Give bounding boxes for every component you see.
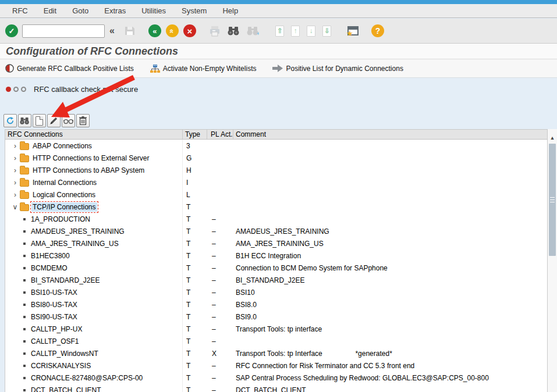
connection-name[interactable]: BSI10-US-TAX [30, 288, 79, 297]
print-button[interactable] [209, 26, 221, 37]
first-page-button[interactable]: ⇑ [275, 26, 284, 37]
connection-name[interactable]: BI_STANDARD_J2EE [30, 276, 101, 285]
table-row[interactable]: CALLTP_WindowsNT T X Transport Tools: tp… [5, 347, 547, 359]
connection-name[interactable]: BCMDEMO [30, 263, 69, 273]
table-row[interactable]: › Internal Connections I [5, 176, 547, 188]
connection-comment [233, 164, 547, 176]
table-row[interactable]: 1A_PRODUCTION T – [5, 213, 547, 225]
command-field[interactable] [22, 24, 105, 38]
save-button[interactable] [124, 25, 136, 37]
tree-expander-icon[interactable]: › [11, 191, 19, 199]
connection-name[interactable]: CALLTP_OSF1 [30, 337, 80, 346]
delete-button[interactable] [76, 114, 90, 127]
column-header-pl-act[interactable]: PL Act.. [207, 130, 233, 139]
enter-button[interactable]: ✓ [5, 24, 18, 37]
next-page-button[interactable]: ↓ [307, 26, 315, 37]
table-row[interactable]: CALLTP_OSF1 T – [5, 335, 547, 347]
display-button[interactable] [62, 114, 75, 127]
positive-list-dynamic-connections-button[interactable]: Positive List for Dynamic Connections [272, 65, 403, 73]
cancel-button[interactable]: × [183, 24, 196, 37]
table-row[interactable]: AMA_JRES_TRAINING_US T – AMA_JRES_TRAINI… [5, 237, 547, 250]
tree-expander-icon[interactable]: › [11, 166, 19, 174]
table-row[interactable]: CCRISKANALYSIS T – RFC Connection for Ri… [5, 359, 547, 372]
rfc-connections-table: RFC Connections Type PL Act.. Comment › … [5, 129, 548, 392]
connection-name[interactable]: CRONACLE-827480@SAP:CPS-00 [30, 373, 144, 383]
table-row[interactable]: BSI80-US-TAX T – BSI8.0 [5, 298, 547, 311]
table-row[interactable]: › HTTP Connections to External Server G [5, 152, 547, 164]
table-row[interactable]: AMADEUS_JRES_TRAINING T – AMADEUS_JRES_T… [5, 225, 547, 237]
table-row[interactable]: BCMDEMO T – Connection to BCM Demo Syste… [5, 262, 547, 274]
connection-name[interactable]: CCRISKANALYSIS [30, 361, 92, 370]
connection-type: T [183, 372, 207, 384]
menu-edit[interactable]: Edit [44, 6, 56, 15]
change-button[interactable] [47, 114, 61, 127]
last-page-button[interactable]: ⇓ [322, 26, 331, 37]
refresh-button[interactable] [3, 114, 17, 127]
menu-extras[interactable]: Extras [104, 6, 126, 15]
menu-help[interactable]: Help [222, 6, 238, 15]
table-row[interactable]: DCT_BATCH_CLIENT T – DCT_BATCH_CLIENT [5, 384, 547, 392]
table-row[interactable]: › Logical Connections L [5, 188, 547, 201]
menu-goto[interactable]: Goto [72, 6, 88, 15]
tree-expander-icon[interactable]: ∨ [11, 203, 19, 211]
connection-name[interactable]: B1HEC3800 [30, 251, 71, 261]
connection-name[interactable]: CALLTP_WindowsNT [30, 349, 100, 358]
table-row[interactable]: CRONACLE-827480@SAP:CPS-00 T – SAP Centr… [5, 372, 547, 384]
menu-utilities[interactable]: Utilities [141, 6, 166, 15]
find-next-button[interactable]: + [247, 26, 259, 36]
tree-expander-icon[interactable]: › [11, 154, 19, 162]
connection-pl-active: – [207, 311, 233, 323]
collapse-field-icon[interactable]: « [109, 26, 115, 36]
create-button[interactable] [33, 114, 46, 127]
leaf-bullet-icon [23, 365, 26, 367]
connection-name[interactable]: AMADEUS_JRES_TRAINING [30, 227, 126, 236]
activate-non-empty-whitelists-button[interactable]: Activate Non-Empty Whitelists [150, 64, 257, 73]
scrollbar-up-arrow-icon[interactable]: ▲ [548, 135, 557, 141]
find-button[interactable] [228, 26, 240, 36]
print-icon [209, 26, 221, 37]
table-row[interactable]: ∨ TCP/IP Connections T [5, 201, 547, 213]
table-row[interactable]: BSI90-US-TAX T – BSI9.0 [5, 311, 547, 323]
connection-name[interactable]: 1A_PRODUCTION [30, 215, 91, 224]
connection-name[interactable]: DCT_BATCH_CLIENT [30, 386, 102, 392]
tree-expander-icon[interactable]: › [11, 179, 19, 187]
table-row[interactable]: BI_STANDARD_J2EE T – BI_STANDARD_J2EE [5, 274, 547, 286]
connection-name[interactable]: HTTP Connections to ABAP System [31, 166, 146, 175]
back-button[interactable]: « [148, 24, 161, 37]
exit-button[interactable]: « [166, 24, 179, 37]
table-row[interactable]: › ABAP Connections 3 [5, 140, 547, 152]
connection-name[interactable]: CALLTP_HP-UX [30, 325, 83, 334]
scrollbar-thumb[interactable] [549, 144, 556, 256]
tree-expander-icon[interactable]: › [11, 142, 19, 150]
previous-page-button[interactable]: ↑ [291, 26, 300, 37]
connection-pl-active [207, 188, 233, 201]
connection-name[interactable]: TCP/IP Connections [31, 202, 97, 212]
first-page-icon: ⇑ [275, 26, 284, 37]
connection-type: T [183, 237, 207, 250]
column-header-comment[interactable]: Comment [233, 130, 547, 139]
connection-name[interactable]: BSI80-US-TAX [30, 300, 79, 309]
new-session-button[interactable]: ★ [347, 26, 359, 35]
connection-name[interactable]: AMA_JRES_TRAINING_US [30, 239, 120, 248]
connection-name[interactable]: Logical Connections [31, 190, 97, 199]
connection-type: T [183, 335, 207, 347]
column-header-type[interactable]: Type [183, 130, 207, 139]
connection-name[interactable]: BSI90-US-TAX [30, 312, 79, 322]
connection-type: I [183, 176, 207, 188]
connection-name[interactable]: ABAP Connections [31, 141, 93, 151]
connection-name[interactable]: Internal Connections [31, 178, 98, 187]
menu-system[interactable]: System [182, 6, 207, 15]
table-row[interactable]: › HTTP Connections to ABAP System H [5, 164, 547, 176]
connection-name[interactable]: HTTP Connections to External Server [31, 154, 151, 163]
generate-rfc-callback-positive-lists-button[interactable]: Generate RFC Callback Positive Lists [5, 64, 134, 73]
status-message-text: RFC callback check not secure [34, 85, 138, 94]
table-row[interactable]: BSI10-US-TAX T – BSI10 [5, 286, 547, 298]
table-row[interactable]: B1HEC3800 T – B1H ECC Integration [5, 250, 547, 262]
find-connection-button[interactable] [18, 114, 31, 127]
vertical-scrollbar[interactable]: ▲ [548, 129, 557, 392]
table-row[interactable]: CALLTP_HP-UX T – Transport Tools: tp int… [5, 323, 547, 335]
help-button[interactable]: ? [371, 24, 384, 37]
column-header-rfc-connections[interactable]: RFC Connections [5, 130, 183, 139]
menu-rfc[interactable]: RFC [12, 6, 28, 15]
leaf-bullet-icon [23, 255, 26, 257]
